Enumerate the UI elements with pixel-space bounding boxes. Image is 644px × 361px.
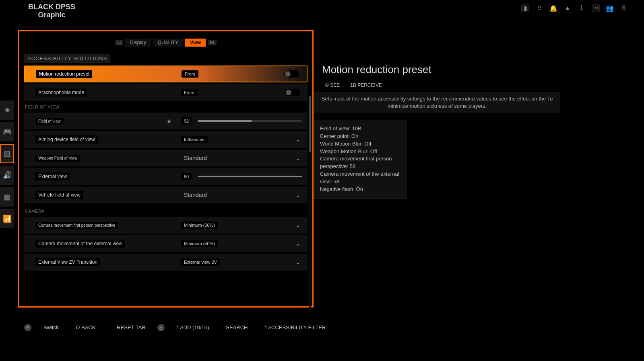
grid-icon[interactable]: ⠿ — [535, 4, 543, 12]
star-icon: ★ — [167, 70, 173, 78]
value-cam-fp: Minimum (50%) — [181, 222, 218, 229]
hint-add[interactable]: * ADD (10/15) — [172, 323, 214, 332]
value-weapon-fov: Standard — [181, 154, 210, 162]
friends-icon[interactable]: 👥 — [606, 4, 614, 12]
slider-fov[interactable] — [198, 120, 302, 122]
hint-switch[interactable]: Switch — [39, 323, 64, 332]
row-aiming-fov[interactable]: Aiming device field of view Influenced⌄ — [24, 131, 308, 148]
label-cam-ext: Camera movement of the external view — [35, 240, 125, 248]
tab-display[interactable]: Display — [125, 39, 151, 47]
chevron-down-icon: ⌄ — [295, 259, 300, 265]
row-fov[interactable]: Field of view★ 92 — [24, 113, 308, 129]
row-cam-ext[interactable]: Camera movement of the external view Min… — [24, 235, 308, 252]
row-weapon-fov[interactable]: Weapon Field of View Standard⌄ — [24, 150, 308, 166]
toggle-arachnophobia[interactable] — [285, 89, 300, 96]
value-cam-ext: Minimum (50%) — [181, 240, 218, 247]
info-description: Sets most of the motion accessibility se… — [314, 92, 560, 113]
friends-count: 6 — [620, 4, 628, 12]
label-motion-preset: Motion reduction preset — [36, 70, 92, 78]
chevron-down-icon: ⌄ — [295, 222, 300, 228]
label-external: External view — [35, 172, 70, 180]
value-fov: 92 — [181, 117, 192, 125]
row-arachnophobia[interactable]: Arachnophobia mode From — [24, 84, 308, 101]
hint-search[interactable]: SEARCH — [221, 323, 252, 332]
value-aiming-fov: Influenced — [181, 136, 208, 143]
bumper-right: R1 — [208, 40, 217, 45]
label-cam-fp: Camera movement first person perspective — [35, 222, 118, 229]
label-fov: Field of view — [35, 118, 64, 125]
r3-badge: R3 — [592, 4, 600, 12]
row-motion-preset[interactable]: Motion reduction preset ★ From — [24, 66, 308, 82]
tab-view[interactable]: View — [185, 39, 206, 47]
triangle-icon: △ — [157, 324, 165, 331]
section-camera: Camera — [24, 207, 45, 215]
label-ext-transition: External View ZV Transition — [35, 258, 100, 266]
chevron-down-icon: ⌄ — [295, 192, 300, 198]
warning-icon: ▲ — [564, 4, 572, 12]
slider-external[interactable] — [198, 176, 302, 177]
scroll-thumb[interactable] — [309, 96, 311, 152]
footer-hints: ✕ Switch O BACK ·. RESET TAB △ * ADD (10… — [24, 323, 628, 332]
row-cam-fp[interactable]: Camera movement first person perspective… — [24, 217, 308, 234]
scrollbar[interactable] — [309, 96, 311, 313]
row-external[interactable]: External view 90 — [24, 168, 308, 185]
info-tag-see: © SEE — [322, 82, 343, 89]
value-ext-transition: External view 2V — [181, 258, 220, 266]
info-title: Motion reduction preset — [314, 60, 560, 79]
star-icon: ★ — [166, 117, 172, 125]
sidebar-display[interactable]: ▨ — [0, 144, 14, 163]
section-fov: FIELD OF VIEW — [24, 103, 308, 111]
chevron-down-icon: ⌄ — [295, 155, 300, 161]
hint-back[interactable]: O BACK ·. — [71, 323, 105, 332]
sidebar-interface[interactable]: ▦ — [0, 187, 14, 207]
settings-panel: L1 Display QUALITY View R1 ACCESSIBILITY… — [18, 30, 314, 308]
hint-reset[interactable]: RESET TAB — [112, 323, 150, 332]
battery-icon: ▮ — [521, 4, 529, 12]
sidebar-controller[interactable]: 🎮 — [0, 122, 14, 142]
hint-acc-filter[interactable]: * ACCESSIBILITY FILTER — [260, 323, 330, 332]
bell-icon[interactable]: 🔔 — [549, 4, 557, 12]
row-ext-transition[interactable]: External View ZV Transition External vie… — [24, 254, 308, 271]
value-arachnophobia: From — [181, 89, 198, 96]
chevron-down-icon: ⌄ — [295, 240, 300, 247]
row-vehicle-fov[interactable]: Vehicle field of view Standard⌄ — [24, 187, 308, 203]
bumper-left: L1 — [115, 40, 123, 45]
section-accessibility: ACCESSIBILITY SOLUTIONS — [24, 54, 110, 63]
label-weapon-fov: Weapon Field of View — [35, 155, 80, 162]
value-external: 90 — [181, 173, 192, 180]
header-status: ▮ ⠿ 🔔 ▲ 1 R3 👥 6 — [521, 4, 628, 12]
info-tag-perceive: 1B PERCEIVE — [347, 82, 385, 89]
sidebar-favorites[interactable]: ★ — [0, 101, 14, 120]
tab-quality[interactable]: QUALITY — [153, 39, 183, 47]
info-details: Field of view: 10B Center point: On Worl… — [314, 120, 407, 199]
toggle-motion-preset[interactable] — [284, 70, 299, 78]
close-icon: ✕ — [24, 324, 31, 331]
value-motion-preset: From — [182, 70, 198, 78]
sidebar-network[interactable]: 📶 — [0, 209, 14, 228]
sidebar-audio[interactable]: 🔊 — [0, 166, 14, 185]
label-aiming-fov: Aiming device field of view — [35, 135, 98, 144]
label-arachnophobia: Arachnophobia mode — [35, 88, 87, 96]
chevron-down-icon: ⌄ — [295, 136, 300, 143]
value-vehicle-fov: Standard — [181, 191, 210, 199]
label-vehicle-fov: Vehicle field of view — [35, 191, 83, 199]
info-panel: Motion reduction preset © SEE 1B PERCEIV… — [314, 60, 560, 199]
party-count: 1 — [578, 4, 586, 12]
game-logo: BLACK DPSS Graphic — [24, 1, 79, 21]
